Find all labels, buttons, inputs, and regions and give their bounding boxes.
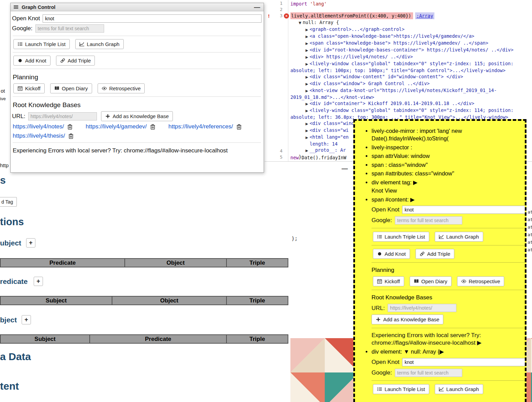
add-kb-button[interactable]: Add as Knowledge Base [101, 111, 173, 121]
expand-icon[interactable]: ▶ [306, 42, 308, 45]
relations-table-header: Subject Object Triple [0, 296, 288, 305]
relations-table-header: Subject Predicate Triple [0, 334, 288, 344]
code-line-5[interactable]: new Date().fridayInW [290, 154, 346, 161]
trash-icon-button[interactable] [236, 124, 242, 130]
gutter-line-number: 1 [265, 1, 282, 6]
retrospective-button[interactable]: Retrospective [457, 276, 505, 286]
inspector-header: ▼null: Array { [290, 19, 530, 26]
open-knot-input[interactable] [402, 358, 525, 366]
tooltip-item-span-attr: span attrValue: window [372, 152, 520, 160]
expand-icon[interactable]: ▶ [306, 149, 308, 152]
add-predicate-button[interactable]: + [34, 277, 43, 286]
calendar-icon [18, 86, 23, 91]
google-search-input[interactable] [395, 216, 462, 225]
chart-icon [79, 42, 85, 47]
book-icon [54, 86, 59, 91]
add-kb-button[interactable]: Add as Knowledge Base [372, 314, 443, 324]
launch-graph-button[interactable]: Launch Graph [75, 39, 124, 49]
expand-icon[interactable]: ▶ [306, 109, 308, 113]
launch-graph-button[interactable]: Launch Graph [435, 384, 483, 394]
launch-triple-list-button[interactable]: Launch Triple List [373, 232, 429, 242]
window-titlebar[interactable]: Graph Control — [11, 3, 264, 11]
knot-icon [377, 251, 382, 256]
code-token: Date().fridayInW [299, 155, 346, 160]
array-annotation-link[interactable]: :Array [415, 12, 435, 19]
launch-triple-list-button[interactable]: Launch Triple List [13, 39, 70, 49]
google-label: Google: [372, 216, 392, 224]
kb-link[interactable]: https://lively4/notes/ [13, 123, 64, 130]
kb-link[interactable]: https://lively4/thesis/ [13, 133, 65, 139]
add-subject-button[interactable]: + [26, 238, 35, 248]
table-header-cell: Subject [1, 335, 90, 343]
expand-icon[interactable]: ▶ [306, 35, 308, 38]
inspector-row: ▶<knot-view data-knot-url="https://livel… [290, 87, 530, 100]
trash-icon-button[interactable] [67, 124, 73, 130]
open-knot-input[interactable] [402, 206, 525, 214]
knot-view-preview: Open Knot Google: Launch Triple List Lau… [372, 206, 525, 347]
tooltip-item-span-attributes: span #attributes: class="window" [372, 170, 520, 177]
inspector-row: ▶<span class="knowledge-base"> https://l… [290, 40, 530, 47]
kb-item: https://lively4/thesis/ [13, 133, 74, 139]
expand-icon[interactable]: ▶ [306, 136, 308, 139]
expand-icon[interactable]: ▶ [306, 122, 308, 126]
open-knot-label: Open Knot [372, 358, 399, 366]
collapse-icon[interactable]: ▼ [299, 21, 301, 25]
expand-icon[interactable]: ▶ [306, 82, 308, 86]
kb-links: https://lively4/notes/ https://lively4/g… [13, 123, 262, 139]
add-object-button[interactable]: + [22, 315, 31, 324]
add-triple-button[interactable]: Add Triple [56, 56, 95, 66]
divider [13, 142, 261, 143]
subject-heading-fragment: ubject [0, 239, 21, 247]
url-label: URL: [372, 304, 385, 312]
list-icon [377, 387, 382, 392]
kb-link[interactable]: https://lively4/references/ [168, 123, 233, 130]
launch-graph-button[interactable]: Launch Graph [435, 232, 483, 242]
page-link-fragment: http [0, 162, 9, 168]
open-knot-input[interactable] [43, 14, 262, 23]
expand-icon[interactable]: ▶ [306, 89, 308, 93]
open-diary-button[interactable]: Open Diary [410, 276, 452, 286]
open-diary-button[interactable]: Open Diary [50, 83, 92, 93]
expand-icon[interactable]: ▶ [306, 129, 308, 133]
expand-icon[interactable]: ▶ [306, 102, 308, 106]
add-triple-button[interactable]: Add Triple [415, 249, 455, 259]
error-icon[interactable]: × [284, 13, 289, 19]
divider [372, 228, 525, 228]
tooltip-item-span-class: span : class="window" [372, 161, 520, 169]
add-knot-button[interactable]: Add Knot [13, 56, 51, 66]
expand-icon[interactable]: ▶ [306, 55, 308, 59]
divider [13, 96, 261, 97]
retrospective-button[interactable]: Retrospective [98, 83, 145, 93]
launch-triple-list-button[interactable]: Launch Triple List [373, 384, 429, 394]
trash-icon-button[interactable] [150, 124, 155, 130]
kb-url-input[interactable] [388, 304, 456, 312]
book-icon [414, 279, 419, 284]
edge-text-fragment: at [528, 209, 532, 215]
google-search-input[interactable] [395, 369, 462, 377]
trash-icon-button[interactable] [68, 133, 74, 139]
expand-icon[interactable]: ▶ [306, 75, 308, 79]
inspector-row: ▶<div class="window-content" id="window-… [290, 73, 530, 80]
window-minimize-button[interactable]: — [342, 165, 348, 172]
add-tag-button[interactable]: d Tag [0, 197, 17, 207]
window-minimize-button[interactable]: — [254, 4, 260, 11]
kickoff-button[interactable]: Kickoff [13, 83, 45, 93]
code-line-3[interactable]: lively.allElementsFromPoint({x:400, y:40… [290, 13, 434, 19]
table-header-cell: Predicate [90, 335, 227, 343]
expand-icon[interactable]: ▶ [306, 28, 308, 32]
edge-text-fragment: at [528, 232, 532, 237]
google-search-input[interactable] [35, 24, 104, 33]
edge-text-fragment: at [528, 225, 532, 230]
add-knot-button[interactable]: Add Knot [373, 249, 410, 259]
divider [372, 290, 525, 290]
kb-url-input[interactable] [28, 112, 97, 120]
link-icon [60, 58, 65, 63]
kb-link[interactable]: https://lively4/gamedev/ [86, 123, 147, 130]
inspector-row: ▶<div id="container"> Kickoff 2019.01.14… [290, 100, 530, 107]
window-menu-icon[interactable] [13, 4, 19, 10]
expand-icon[interactable]: ▶ [306, 48, 308, 52]
code-line-1[interactable]: import 'lang' [290, 1, 327, 7]
expand-icon[interactable]: ▶ [306, 62, 308, 66]
kickoff-button[interactable]: Kickoff [373, 276, 404, 286]
object-heading-fragment: bject [0, 316, 17, 324]
